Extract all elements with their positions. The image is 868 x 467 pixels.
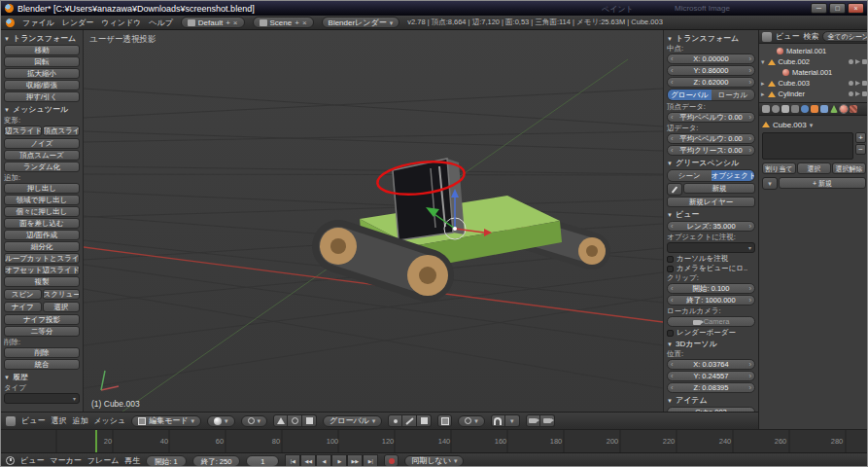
median-y-field[interactable]: Y: 0.86000 xyxy=(667,65,755,76)
render-layers-tab-icon[interactable] xyxy=(791,105,799,113)
prev-keyframe-button[interactable] xyxy=(300,454,316,467)
cursor-z-field[interactable]: Z: 0.08395 xyxy=(667,382,755,393)
timeline-menu-marker[interactable]: マーカー xyxy=(50,455,81,466)
material-slot-list[interactable] xyxy=(762,132,853,160)
play-button[interactable] xyxy=(331,454,347,467)
selectability-icon[interactable] xyxy=(855,59,860,64)
tool-delete-button[interactable]: 削除 xyxy=(4,347,80,358)
visibility-icon[interactable] xyxy=(849,59,853,64)
selectability-icon[interactable] xyxy=(855,81,860,86)
cursor-y-field[interactable]: Y: 0.24557 xyxy=(667,371,755,381)
snap-button[interactable] xyxy=(491,414,505,427)
clip-start-field[interactable]: 開始: 0.100 xyxy=(667,283,755,294)
frame-start-field[interactable]: 開始: 1 xyxy=(146,455,186,467)
manipulator-scale-button[interactable] xyxy=(302,414,317,427)
tool-push-pull-button[interactable]: 押す/引く xyxy=(4,91,80,102)
vertex-bevel-field[interactable]: 平均ベベルウ: 0.00 xyxy=(667,112,755,123)
sync-mode-selector[interactable]: 同期しない xyxy=(404,455,464,467)
expand-icon[interactable] xyxy=(761,57,765,66)
scene-tab-icon[interactable] xyxy=(781,105,789,113)
renderability-icon[interactable] xyxy=(862,81,867,86)
outliner-editor-icon[interactable] xyxy=(762,32,772,42)
gp-object-toggle[interactable]: オブジェクト xyxy=(712,170,755,181)
tool-smooth-vertex-button[interactable]: 頂点スムーズ xyxy=(4,150,80,161)
close-button[interactable]: × xyxy=(848,3,864,14)
panel-header-transform[interactable]: トランスフォーム xyxy=(4,32,80,44)
lock-object-field[interactable] xyxy=(667,242,755,253)
minimize-button[interactable]: ─ xyxy=(811,3,827,14)
outliner-menu-search[interactable]: 検索 xyxy=(803,31,818,42)
panel-header-history[interactable]: 履歴 xyxy=(4,371,80,382)
scene-selector[interactable]: Scene xyxy=(253,17,314,28)
browse-material-button[interactable] xyxy=(762,177,778,190)
redo-type-dropdown[interactable] xyxy=(4,393,80,404)
shading-selector[interactable] xyxy=(207,415,235,427)
panel-header-view[interactable]: ビュー xyxy=(667,208,755,220)
proportional-edit-selector[interactable] xyxy=(458,415,485,427)
panel-header-mesh-tools[interactable]: メッシュツール xyxy=(4,103,80,115)
tool-edge-slide-button[interactable]: 辺スライド xyxy=(4,126,42,136)
tool-knife-button[interactable]: ナイフ xyxy=(4,302,42,312)
menu-render[interactable]: レンダー xyxy=(62,18,94,28)
tool-vertex-slide-button[interactable]: 頂点スライド xyxy=(43,126,81,136)
blender-app-icon[interactable] xyxy=(6,18,15,27)
opengl-render-image-button[interactable] xyxy=(526,414,540,427)
orientation-selector[interactable]: グローバル xyxy=(323,415,382,427)
outliner-item-cube-003[interactable]: Cube.003 xyxy=(761,78,867,89)
outliner-filter-dropdown[interactable]: 全てのシーン xyxy=(822,31,868,42)
outliner-item-cylinder[interactable]: Cylinder xyxy=(761,89,867,99)
selectability-icon[interactable] xyxy=(855,91,860,96)
timeline-menu-view[interactable]: ビュー xyxy=(20,455,44,466)
assign-button[interactable]: 割り当て xyxy=(762,162,796,174)
tool-extrude-individual-button[interactable]: 個々に押し出し xyxy=(4,206,80,217)
tool-spin-button[interactable]: スピン xyxy=(4,289,42,300)
expand-icon[interactable] xyxy=(761,90,765,98)
view3d-menu-add[interactable]: 追加 xyxy=(72,415,87,426)
tool-inset-faces-button[interactable]: 面を差し込む xyxy=(4,218,80,229)
lens-field[interactable]: レンズ: 35.000 xyxy=(667,221,755,232)
tool-offset-edge-slide-button[interactable]: オフセット辺スライド xyxy=(4,265,80,275)
tool-make-edge-face-button[interactable]: 辺/面作成 xyxy=(4,230,80,240)
record-button[interactable] xyxy=(384,454,399,467)
new-material-button[interactable]: 新規 xyxy=(779,177,866,189)
view3d-menu-mesh[interactable]: メッシュ xyxy=(93,415,125,426)
edge-crease-field[interactable]: 平均クリース: 0.00 xyxy=(667,145,755,156)
delete-scene-icon[interactable] xyxy=(302,18,307,27)
panel-header-item[interactable]: アイテム xyxy=(667,394,755,406)
delete-layout-icon[interactable] xyxy=(233,18,238,27)
tool-extrude-button[interactable]: 押し出し xyxy=(4,183,80,194)
jump-start-button[interactable] xyxy=(285,454,300,467)
outliner-item-material-1[interactable]: Material.001 xyxy=(761,46,867,56)
manipulator-rotate-button[interactable] xyxy=(288,414,302,427)
global-toggle[interactable]: グローバル xyxy=(668,90,712,100)
texture-tab-icon[interactable] xyxy=(850,105,857,113)
panel-header-3d-cursor[interactable]: 3Dカーソル xyxy=(667,338,755,349)
lock-camera-checkbox[interactable]: カメラをビューにロ.. xyxy=(667,264,755,273)
face-select-button[interactable] xyxy=(417,414,432,427)
cursor-x-field[interactable]: X: 0.03764 xyxy=(667,359,755,370)
median-z-field[interactable]: Z: 0.62000 xyxy=(667,77,755,88)
menu-window[interactable]: ウィンドウ xyxy=(101,18,141,28)
tool-shrink-fatten-button[interactable]: 収縮/膨張 xyxy=(4,80,80,90)
lock-cursor-checkbox[interactable]: カーソルを注視 xyxy=(667,254,755,264)
manipulator-translate-button[interactable] xyxy=(273,414,288,427)
frame-end-field[interactable]: 終了: 250 xyxy=(192,455,241,467)
menu-file[interactable]: ファイル xyxy=(22,18,54,28)
tool-scale-button[interactable]: 拡大縮小 xyxy=(4,68,80,79)
play-reverse-button[interactable] xyxy=(316,454,331,467)
timeline-ruler[interactable]: 20 40 60 80 100 120 140 160 180 200 220 … xyxy=(1,429,868,452)
render-tab-icon[interactable] xyxy=(772,105,780,113)
add-layout-icon[interactable] xyxy=(226,18,230,27)
tool-loop-cut-button[interactable]: ループカットとスライド xyxy=(4,253,80,264)
tool-noise-button[interactable]: ノイズ xyxy=(4,138,80,149)
renderability-icon[interactable] xyxy=(862,59,867,64)
outliner-item-cube-002[interactable]: Cube.002 xyxy=(761,56,867,67)
material-tab-icon[interactable] xyxy=(840,105,848,113)
menu-help[interactable]: ヘルプ xyxy=(149,18,173,28)
panel-header-transform-np[interactable]: トランスフォーム xyxy=(667,32,755,44)
view3d-menu-view[interactable]: ビュー xyxy=(21,415,45,426)
tool-duplicate-button[interactable]: 複製 xyxy=(4,276,80,287)
add-slot-button[interactable] xyxy=(855,132,866,143)
tool-bisect-button[interactable]: 二等分 xyxy=(4,326,80,337)
render-engine-selector[interactable]: Blenderレンダー xyxy=(322,17,400,28)
